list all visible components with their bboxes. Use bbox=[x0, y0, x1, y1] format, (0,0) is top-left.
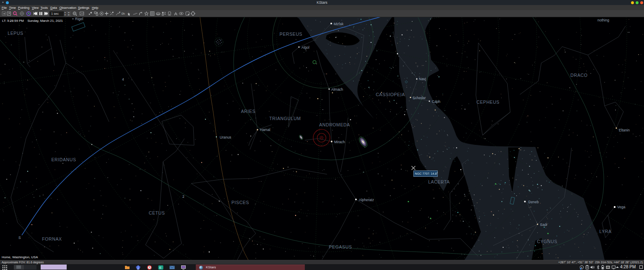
svg-text:TRIANGULUM: TRIANGULUM bbox=[269, 116, 301, 121]
svg-text:Deneb: Deneb bbox=[528, 200, 539, 204]
svg-text:Algol: Algol bbox=[301, 45, 309, 50]
svg-text:Uranus: Uranus bbox=[220, 135, 231, 139]
svg-text:Almach: Almach bbox=[331, 87, 343, 92]
svg-text:2: 2 bbox=[182, 194, 184, 199]
svg-text:Alpheratz: Alpheratz bbox=[359, 198, 374, 202]
svg-text:CYGNUS: CYGNUS bbox=[537, 239, 558, 244]
svg-text:PEGASUS: PEGASUS bbox=[329, 244, 352, 249]
svg-text:LYRA: LYRA bbox=[599, 229, 611, 234]
svg-text:PISCES: PISCES bbox=[231, 200, 249, 205]
svg-text:CETUS: CETUS bbox=[149, 210, 165, 215]
svg-text:ANDROMEDA: ANDROMEDA bbox=[319, 122, 350, 127]
svg-text:Home, Washington, USA: Home, Washington, USA bbox=[2, 255, 38, 259]
svg-text:CEPHEUS: CEPHEUS bbox=[477, 100, 500, 105]
svg-text:Rigel: Rigel bbox=[75, 17, 83, 21]
svg-text:Caph: Caph bbox=[432, 100, 441, 104]
svg-text:Hamal: Hamal bbox=[260, 128, 270, 132]
svg-text:LT: 4:28:59 PM Sunday, Marc: LT: 4:28:59 PM Sunday, March 21, 2021 bbox=[2, 19, 63, 23]
svg-text:NGC 7707: 14.8°: NGC 7707: 14.8° bbox=[415, 172, 438, 176]
svg-text:Mirach: Mirach bbox=[334, 140, 345, 144]
svg-text:LACERTA: LACERTA bbox=[428, 179, 450, 184]
svg-text:Vega: Vega bbox=[617, 205, 626, 209]
svg-text:nothing: nothing bbox=[597, 18, 609, 22]
svg-text:FORNAX: FORNAX bbox=[42, 236, 62, 241]
svg-text:4: 4 bbox=[122, 77, 124, 81]
svg-text:0h: 0h bbox=[121, 12, 125, 16]
svg-text:DRACO: DRACO bbox=[571, 73, 588, 78]
svg-text:E: E bbox=[159, 266, 161, 270]
svg-text:Sadr: Sadr bbox=[540, 223, 548, 227]
svg-text:ARIES: ARIES bbox=[241, 109, 256, 114]
svg-text:Schedar: Schedar bbox=[413, 96, 426, 100]
svg-text:Mirfak: Mirfak bbox=[334, 22, 344, 26]
svg-text:ERIDANUS: ERIDANUS bbox=[51, 157, 76, 162]
svg-text:PERSEUS: PERSEUS bbox=[280, 31, 302, 37]
svg-text:CASSIOPEIA: CASSIOPEIA bbox=[376, 92, 405, 97]
svg-text:Eltanin: Eltanin bbox=[619, 128, 630, 132]
svg-text:Navj: Navj bbox=[419, 77, 426, 81]
svg-text:LEPUS: LEPUS bbox=[8, 31, 23, 36]
svg-text:S: S bbox=[18, 236, 21, 240]
